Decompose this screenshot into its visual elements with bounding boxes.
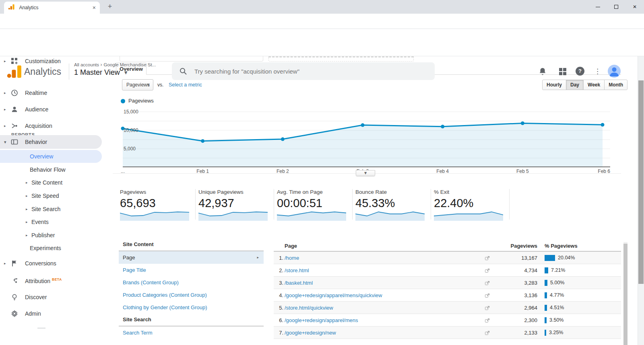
dimension-item-search-term[interactable]: Search Term: [119, 327, 264, 339]
behavior-icon: [10, 138, 19, 146]
sidebar-item-audience[interactable]: ▸Audience: [0, 103, 113, 116]
granularity-month-button[interactable]: Month: [604, 80, 627, 90]
dimension-link[interactable]: Search Term: [123, 330, 152, 336]
sidebar-item-site-content[interactable]: ▸Site Content: [0, 176, 113, 189]
granularity-day-button[interactable]: Day: [566, 80, 584, 90]
chart-point[interactable]: [441, 125, 444, 128]
apps-grid-icon[interactable]: [558, 67, 568, 76]
sidebar-item-acquisition[interactable]: ▸Acquisition: [0, 119, 113, 133]
dimension-item-product-categories-content-group-[interactable]: Product Categories (Content Group): [119, 289, 264, 301]
page-link[interactable]: /google+redesign/apparel/mens/quickview: [285, 289, 382, 302]
dimension-item-brands-content-group-[interactable]: Brands (Content Group): [119, 276, 264, 289]
help-icon[interactable]: ?: [576, 67, 584, 76]
page-link[interactable]: /google+redesign/new: [285, 327, 336, 339]
sidebar-item-conversions[interactable]: ▸Conversions: [0, 257, 113, 270]
sidebar-item-admin[interactable]: Admin: [0, 307, 113, 320]
chart-point[interactable]: [361, 123, 365, 127]
sidebar-item-behavior[interactable]: ▾Behavior: [0, 135, 113, 149]
page-link[interactable]: /google+redesign/apparel/mens: [285, 314, 358, 327]
column-header-pct-pageviews[interactable]: % Pageviews: [545, 243, 578, 249]
site-content-header: Site Content: [119, 241, 264, 251]
scorecard-sparkline: [355, 211, 425, 221]
table-scrollbar-thumb[interactable]: [623, 244, 627, 345]
search-input[interactable]: [194, 68, 396, 75]
column-header-page[interactable]: Page: [285, 243, 297, 249]
sidebar-item-publisher[interactable]: ▸Publisher: [0, 229, 113, 242]
chart-ytick-label: 5,000: [124, 146, 136, 152]
chart-expander-button[interactable]: ▼: [356, 170, 375, 176]
select-a-metric-link[interactable]: Select a metric: [169, 82, 202, 88]
scorecard-pageviews[interactable]: Pageviews65,693: [120, 189, 192, 221]
dimension-item-clothing-by-gender-content-group-[interactable]: Clothing by Gender (Content Group): [119, 301, 264, 314]
row-pageviews: 4,734: [475, 264, 537, 277]
sidebar-item-attribution[interactable]: AttributionBETA: [0, 274, 113, 288]
sidebar-item-overview[interactable]: Overview: [0, 150, 113, 163]
user-avatar[interactable]: [608, 65, 621, 78]
table-row[interactable]: 6./google+redesign/apparel/mens2,3003.50…: [274, 314, 621, 327]
table-row[interactable]: 4./google+redesign/apparel/mens/quickvie…: [274, 289, 621, 302]
sidebar-item-label: Site Search: [31, 206, 60, 212]
browser-tab[interactable]: Analytics ×: [4, 2, 100, 14]
sidebar-item-discover[interactable]: Discover: [0, 290, 113, 304]
account-breadcrumb[interactable]: All accounts › Google Merchandise St...: [74, 62, 156, 68]
dimension-item-page-title[interactable]: Page Title: [119, 264, 264, 276]
chart-point[interactable]: [201, 139, 204, 143]
sidebar-item-experiments[interactable]: Experiments: [0, 242, 113, 255]
view-selector[interactable]: 1 Master View ▼: [74, 68, 127, 77]
dimension-link[interactable]: Clothing by Gender (Content Group): [123, 304, 207, 310]
close-tab-icon[interactable]: ×: [93, 5, 96, 10]
table-row[interactable]: 3./basket.html3,2835.00%: [274, 277, 621, 289]
table-row[interactable]: 5./store.html/quickview2,9644.51%: [274, 302, 621, 314]
segment-chip-partial[interactable]: [120, 56, 263, 62]
granularity-hourly-button[interactable]: Hourly: [542, 80, 566, 90]
scorecard--exit[interactable]: % Exit22.40%: [434, 189, 506, 221]
dimension-item-page[interactable]: Page▸: [119, 251, 264, 264]
column-header-pageviews[interactable]: Pageviews: [475, 243, 537, 249]
scorecard-avg-time-on-page[interactable]: Avg. Time on Page00:00:51: [277, 189, 349, 221]
sidebar-item-label: Acquisition: [25, 123, 52, 129]
granularity-week-button[interactable]: Week: [583, 80, 605, 90]
header-more-icon[interactable]: ⋮: [594, 67, 601, 75]
pageviews-chart[interactable]: [123, 109, 610, 167]
page-link[interactable]: /store.html: [285, 264, 309, 277]
notifications-bell-icon[interactable]: [538, 67, 547, 76]
dimension-link[interactable]: Product Categories (Content Group): [123, 292, 207, 298]
pages-table: PagePageviews% Pageviews1./home13,16720.…: [274, 241, 621, 339]
chart-point[interactable]: [601, 123, 605, 127]
page-link[interactable]: /store.html/quickview: [285, 302, 333, 314]
chart-point[interactable]: [521, 121, 524, 125]
minimize-button[interactable]: [588, 0, 607, 14]
sidebar-item-site-search[interactable]: ▸Site Search: [0, 203, 113, 216]
maximize-button[interactable]: [607, 0, 625, 14]
view-caret-icon: ▼: [124, 70, 128, 75]
scorecard-bounce-rate[interactable]: Bounce Rate45.33%: [355, 189, 428, 221]
new-tab-button[interactable]: +: [105, 2, 114, 11]
add-segment-chip-partial[interactable]: [268, 56, 414, 62]
dimension-link[interactable]: Brands (Content Group): [123, 279, 179, 285]
table-row[interactable]: 2./store.html4,7347.21%: [274, 264, 621, 277]
search-bar[interactable]: [172, 62, 435, 80]
discover-icon: [10, 293, 19, 301]
table-row[interactable]: 7./google+redesign/new2,1333.25%: [274, 327, 621, 339]
page-link[interactable]: /home: [285, 252, 299, 264]
scorecard-unique-pageviews[interactable]: Unique Pageviews42,937: [198, 189, 271, 221]
row-pct-pageviews: 4.51%: [550, 302, 564, 314]
dimension-link[interactable]: Page Title: [123, 267, 146, 273]
sidebar-item-events[interactable]: ▸Events: [0, 216, 113, 228]
maximize-icon: [614, 5, 618, 9]
conversions-icon: [10, 259, 19, 267]
sidebar-item-site-speed[interactable]: ▸Site Speed: [0, 189, 113, 202]
chevron-right-icon: ▸: [4, 91, 6, 95]
scorecard-value: 00:00:51: [277, 197, 349, 210]
page-link[interactable]: /basket.html: [285, 277, 313, 289]
sidebar-item-realtime[interactable]: ▸Realtime: [0, 86, 113, 100]
table-row[interactable]: 1./home13,16720.04%: [274, 252, 621, 264]
admin-icon: [10, 310, 19, 318]
pct-bar: [545, 255, 555, 261]
page-scrollbar-thumb[interactable]: [638, 80, 644, 284]
dimension-link[interactable]: Page: [123, 255, 135, 261]
chart-point[interactable]: [281, 138, 285, 141]
metric-selector-dropdown[interactable]: Pageviews ▼: [122, 79, 153, 90]
close-window-button[interactable]: ✕: [625, 0, 644, 14]
sidebar-item-behavior-flow[interactable]: Behavior Flow: [0, 163, 113, 176]
